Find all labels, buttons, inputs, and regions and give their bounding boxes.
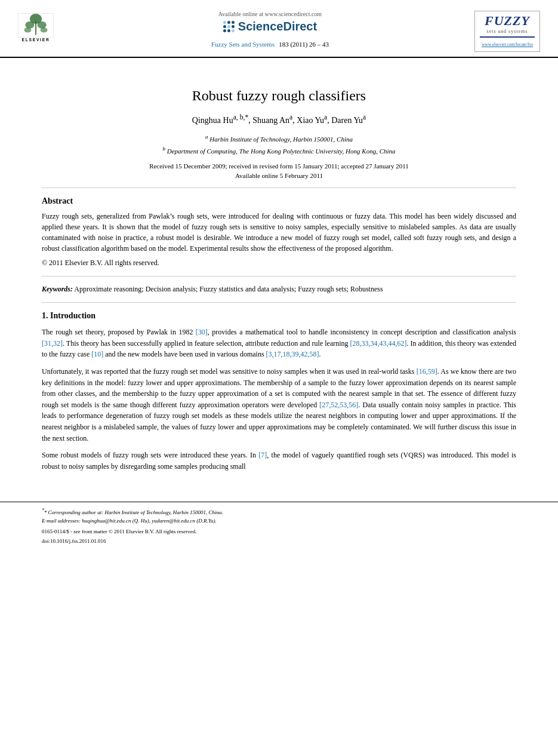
authors: Qinghua Hua, b,*, Shuang Ana, Xiao Yua, … (42, 113, 516, 125)
page: ELSEVIER Available online at www.science… (0, 0, 558, 756)
fuzzy-website-link[interactable]: www.elsevier.com/locate/fss (482, 42, 533, 47)
divider-after-keywords (42, 302, 516, 303)
affiliation-b: Department of Computing, The Hong Kong P… (167, 147, 396, 155)
intro-section-title: 1. Introduction (42, 311, 516, 321)
abstract-title: Abstract (42, 196, 516, 206)
corresponding-note: * Corresponding author at: Harbin Instit… (44, 509, 223, 515)
ref-31-32[interactable]: [31,32] (42, 339, 63, 348)
ref-28-33[interactable]: [28,33,34,43,44,62] (350, 339, 407, 348)
main-content: Robust fuzzy rough classifiers Qinghua H… (0, 58, 558, 490)
center-header: Available online at www.sciencedirect.co… (66, 11, 474, 49)
footer-corresponding: ** Corresponding author at: Harbin Insti… (42, 507, 516, 517)
intro-number: 1. Introduction (42, 311, 95, 320)
ref-30[interactable]: [30] (196, 328, 208, 336)
abstract-body: Fuzzy rough sets, generalized from Pawla… (42, 211, 516, 254)
footer-email: E-mail addresses: huqinghua@hit.edu.cn (… (42, 517, 516, 525)
ref-10[interactable]: [10] (91, 350, 103, 358)
author-daren-sup: a (363, 113, 366, 121)
journal-volume: 183 (2011) 26 – 43 (279, 41, 329, 48)
author-hu-sup: a, b,* (233, 113, 249, 121)
divider-keywords (42, 276, 516, 276)
journal-line: Fuzzy Sets and Systems 183 (2011) 26 – 4… (211, 39, 329, 49)
author-an-sup: a (289, 113, 292, 121)
footer-issn: 0165-0114/$ - see front matter © 2011 El… (42, 528, 516, 534)
svg-point-5 (24, 27, 32, 32)
intro-paragraph-1: The rough set theory, proposed by Pawlak… (42, 327, 516, 360)
journal-name[interactable]: Fuzzy Sets and Systems (211, 41, 275, 48)
received-date: Received 15 December 2009; received in r… (42, 162, 516, 170)
svg-point-6 (41, 27, 48, 32)
affiliation-a: Harbin Institute of Technology, Harbin 1… (209, 135, 353, 142)
intro-paragraph-3: Some robust models of fuzzy rough sets w… (42, 450, 516, 472)
fuzzy-logo-subtitle: sets and systems (480, 29, 535, 34)
available-online-text: Available online at www.sciencedirect.co… (218, 11, 322, 17)
abstract-copyright: © 2011 Elsevier B.V. All rights reserved… (42, 259, 516, 268)
ref-16-59[interactable]: [16,59] (417, 367, 437, 376)
keywords-line: Keywords: Approximate reasoning; Decisio… (42, 285, 516, 294)
ref-7[interactable]: [7] (258, 451, 267, 459)
elsevier-logo: ELSEVIER (12, 11, 66, 46)
svg-text:ELSEVIER: ELSEVIER (22, 38, 50, 42)
fuzzy-logo-title: FUZZY (480, 14, 535, 27)
sciencedirect-text: ScienceDirect (238, 20, 317, 33)
author-xiao-sup: a (324, 113, 327, 121)
paper-title: Robust fuzzy rough classifiers (42, 88, 516, 104)
keywords-label: Keywords: (42, 285, 73, 293)
intro-paragraph-2: Unfortunately, it was reported that the … (42, 366, 516, 444)
affiliations: a Harbin Institute of Technology, Harbin… (42, 133, 516, 157)
footer-doi: doi:10.1016/j.fss.2011.01.016 (42, 538, 516, 544)
header: ELSEVIER Available online at www.science… (0, 0, 558, 58)
svg-point-4 (38, 21, 47, 29)
footer: ** Corresponding author at: Harbin Insti… (0, 502, 558, 548)
available-date: Available online 5 February 2011 (42, 172, 516, 179)
ref-3-17[interactable]: [3,17,18,39,42,58] (266, 350, 319, 358)
svg-point-3 (25, 21, 34, 29)
ref-27-52[interactable]: [27,52,53,56] (319, 401, 358, 409)
sciencedirect-logo: ScienceDirect (223, 20, 317, 33)
elsevier-emblem-svg: ELSEVIER (12, 11, 60, 44)
divider-after-dates (42, 188, 516, 188)
keywords-text: Approximate reasoning; Decision analysis… (74, 285, 383, 293)
fuzzy-journal-logo: FUZZY sets and systems www.elsevier.com/… (474, 11, 540, 52)
sciencedirect-dots-icon (223, 21, 235, 32)
